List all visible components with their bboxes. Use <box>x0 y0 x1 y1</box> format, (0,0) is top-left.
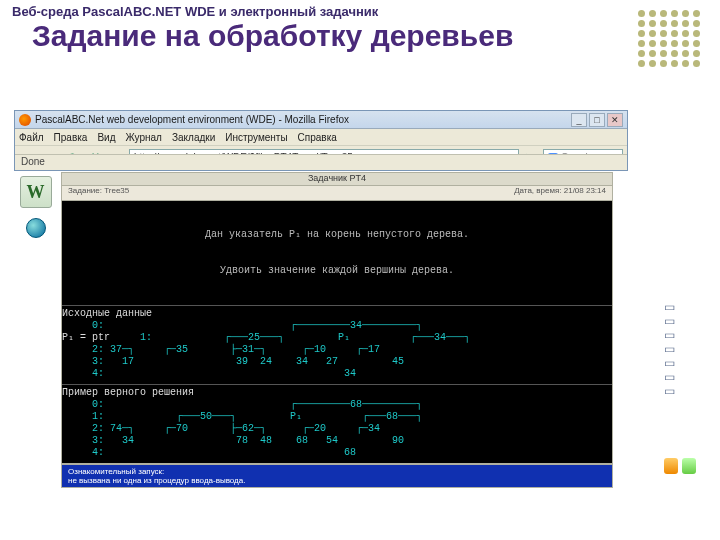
problem-statement: Дан указатель P₁ на корень непустого дер… <box>62 201 612 305</box>
input-section: Исходные данные 0: ┌─────────34─────────… <box>62 305 612 384</box>
note-line2: не вызвана ни одна из процедур ввода-выв… <box>68 476 606 485</box>
minimize-button[interactable]: _ <box>571 113 587 127</box>
globe-icon[interactable] <box>26 218 46 238</box>
slide-title: Задание на обработку деревьев <box>0 19 720 58</box>
task-datetime: Дата, время: 21/08 23:14 <box>514 186 606 200</box>
menu-help[interactable]: Справка <box>298 132 337 143</box>
firefox-icon <box>19 114 31 126</box>
task-name: Задание: Tree35 <box>68 186 129 200</box>
menubar: Файл Правка Вид Журнал Закладки Инструме… <box>15 129 627 146</box>
note-line1: Ознакомительный запуск: <box>68 467 606 476</box>
menu-bookmarks[interactable]: Закладки <box>172 132 215 143</box>
close-button[interactable]: ✕ <box>607 113 623 127</box>
task-header: Задание: Tree35 Дата, время: 21/08 23:14 <box>61 186 613 200</box>
problem-line2: Удвоить значение каждой вершины дерева. <box>62 265 612 277</box>
maximize-button[interactable]: □ <box>589 113 605 127</box>
word-icon[interactable]: W <box>20 176 52 208</box>
decorative-dots <box>636 10 702 70</box>
leaf-icon[interactable] <box>682 458 696 474</box>
solution-section: Пример верного решения 0: ┌─────────68──… <box>62 384 612 463</box>
mini-tools <box>664 458 696 474</box>
launch-note: Ознакомительный запуск: не вызвана ни од… <box>61 464 613 488</box>
menu-history[interactable]: Журнал <box>125 132 162 143</box>
terminal: Дан указатель P₁ на корень непустого дер… <box>61 200 613 464</box>
statusbar: Done <box>15 154 627 170</box>
panel-title: Задачник PT4 <box>61 172 613 186</box>
folder-icon[interactable] <box>664 458 678 474</box>
menu-edit[interactable]: Правка <box>54 132 88 143</box>
status-text: Done <box>21 156 45 167</box>
browser-window: PascalABC.Net web development environmen… <box>14 110 628 171</box>
problem-line1: Дан указатель P₁ на корень непустого дер… <box>62 229 612 241</box>
slide-header: Веб-среда PascalABC.NET WDE и электронны… <box>0 0 720 19</box>
checklist: ▭▭▭▭▭▭▭ <box>664 300 696 398</box>
titlebar[interactable]: PascalABC.Net web development environmen… <box>15 111 627 129</box>
menu-tools[interactable]: Инструменты <box>225 132 287 143</box>
right-rail: ▭▭▭▭▭▭▭ <box>664 300 696 474</box>
menu-file[interactable]: Файл <box>19 132 44 143</box>
menu-view[interactable]: Вид <box>97 132 115 143</box>
window-title: PascalABC.Net web development environmen… <box>35 114 349 125</box>
